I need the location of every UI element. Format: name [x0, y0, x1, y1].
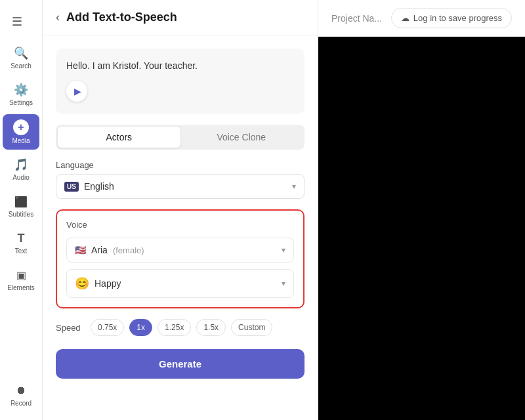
- mood-emoji-icon: 😊: [75, 276, 89, 291]
- speed-btn-1x[interactable]: 1x: [129, 319, 152, 336]
- language-dropdown-left: US English: [64, 181, 114, 192]
- sidebar-item-label-search: Search: [10, 62, 32, 70]
- speed-section: Speed 0.75x 1x 1.25x 1.5x Custom: [56, 319, 304, 336]
- play-icon: ▶: [74, 86, 81, 96]
- panel-title: Add Text-to-Speech: [66, 10, 177, 24]
- right-header: Project Na... ☁ Log in to save progress: [318, 0, 525, 37]
- project-name[interactable]: Project Na...: [331, 13, 382, 24]
- sidebar-item-record[interactable]: ⏺ Record: [3, 378, 39, 412]
- language-value: English: [84, 181, 114, 192]
- hamburger-icon[interactable]: ☰: [5, 8, 29, 35]
- mood-dropdown-left: 😊 Happy: [75, 276, 121, 291]
- login-button[interactable]: ☁ Log in to save progress: [391, 8, 512, 28]
- elements-icon: ▣: [14, 268, 28, 282]
- tab-actors[interactable]: Actors: [58, 127, 180, 148]
- flag-code: US: [64, 182, 79, 192]
- back-button[interactable]: ‹: [56, 10, 60, 24]
- preview-area: [318, 37, 525, 420]
- sidebar-item-label-record: Record: [10, 400, 32, 407]
- tts-text: Hello. I am Kristof. Your teacher.: [66, 59, 294, 73]
- mood-label: Happy: [94, 278, 121, 289]
- speed-label: Speed: [56, 323, 85, 333]
- sidebar-item-media[interactable]: + Media: [3, 114, 39, 150]
- voice-gender: (female): [113, 245, 144, 255]
- sidebar-item-label-subtitles: Subtitles: [9, 211, 33, 218]
- login-label: Log in to save progress: [413, 13, 502, 23]
- mood-chevron-icon: ▾: [282, 279, 285, 288]
- sidebar-item-label-elements: Elements: [7, 284, 35, 291]
- voice-flag-icon: 🇺🇸: [75, 245, 86, 255]
- speed-btn-15[interactable]: 1.5x: [196, 319, 226, 336]
- media-icon: +: [13, 119, 29, 135]
- settings-icon: ⚙️: [14, 83, 28, 97]
- voice-name: Aria: [91, 245, 108, 255]
- text-card: Hello. I am Kristof. Your teacher. ▶: [56, 49, 304, 114]
- sidebar-item-label-audio: Audio: [12, 174, 30, 181]
- voice-name-dropdown[interactable]: 🇺🇸 Aria (female) ▾: [66, 238, 294, 262]
- generate-button[interactable]: Generate: [56, 349, 304, 379]
- sidebar-item-subtitles[interactable]: ⬛ Subtitles: [3, 189, 39, 223]
- sidebar-item-search[interactable]: 🔍 Search: [3, 41, 39, 75]
- play-button[interactable]: ▶: [66, 81, 87, 102]
- sidebar-item-text[interactable]: T Text: [3, 226, 39, 260]
- voice-dropdown-left: 🇺🇸 Aria (female): [75, 245, 144, 255]
- panel-content: Hello. I am Kristof. Your teacher. ▶ Act…: [43, 35, 318, 392]
- tabs-row: Actors Voice Clone: [56, 125, 304, 150]
- search-icon: 🔍: [14, 46, 28, 60]
- speed-btn-custom[interactable]: Custom: [231, 319, 272, 336]
- voice-section: Voice 🇺🇸 Aria (female) ▾ 😊 Happy ▾: [56, 209, 304, 308]
- sidebar-item-elements[interactable]: ▣ Elements: [3, 262, 39, 297]
- subtitles-icon: ⬛: [14, 194, 28, 209]
- sidebar-item-settings[interactable]: ⚙️ Settings: [3, 77, 39, 112]
- voice-label: Voice: [66, 220, 294, 230]
- sidebar-item-label-media: Media: [12, 137, 30, 144]
- right-panel: Project Na... ☁ Log in to save progress: [318, 0, 525, 420]
- speed-btn-125[interactable]: 1.25x: [158, 319, 191, 336]
- chevron-down-icon: ▾: [292, 182, 296, 191]
- sidebar-item-audio[interactable]: 🎵 Audio: [3, 152, 39, 186]
- sidebar-item-label-settings: Settings: [9, 99, 33, 106]
- language-section: Language US English ▾: [56, 160, 304, 199]
- record-icon: ⏺: [14, 383, 28, 398]
- language-dropdown[interactable]: US English ▾: [56, 174, 304, 199]
- tab-voice-clone[interactable]: Voice Clone: [180, 127, 303, 148]
- voice-mood-dropdown[interactable]: 😊 Happy ▾: [66, 269, 294, 298]
- language-label: Language: [56, 160, 304, 170]
- sidebar-item-label-text: Text: [15, 247, 27, 255]
- sidebar: ☰ 🔍 Search ⚙️ Settings + Media 🎵 Audio ⬛…: [0, 0, 43, 420]
- panel-header: ‹ Add Text-to-Speech: [43, 0, 318, 35]
- voice-chevron-icon: ▾: [282, 245, 285, 255]
- text-icon: T: [14, 231, 28, 245]
- audio-icon: 🎵: [14, 158, 28, 172]
- speed-btn-075[interactable]: 0.75x: [91, 319, 124, 336]
- main-panel: ‹ Add Text-to-Speech Hello. I am Kristof…: [43, 0, 318, 420]
- cloud-icon: ☁: [401, 13, 410, 23]
